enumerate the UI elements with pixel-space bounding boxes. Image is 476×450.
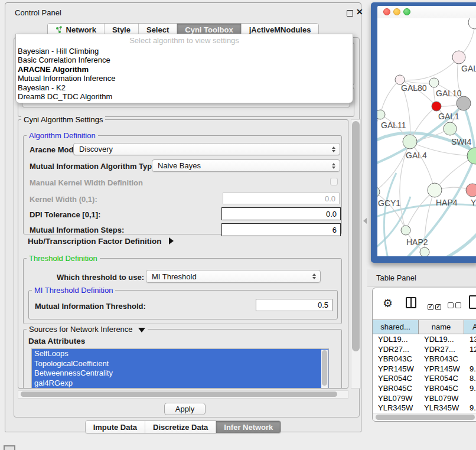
panel-splitter-handle[interactable] <box>363 218 367 224</box>
table-row[interactable]: YBR045CYBR045C9. <box>373 384 476 394</box>
bottom-tab-infer-network[interactable]: Infer Network <box>216 421 281 433</box>
table-row[interactable]: YBR043CYBR043C <box>373 354 476 364</box>
attribute-item[interactable]: SelfLoops <box>32 349 328 359</box>
expanded-arrow-icon <box>138 328 145 332</box>
node-gal10[interactable] <box>429 78 439 87</box>
gear-icon[interactable]: ⚙ <box>383 296 393 310</box>
node-gal-top[interactable] <box>452 51 465 64</box>
sources-title-text: Sources for Network Inference <box>29 325 133 334</box>
table-row[interactable]: YPR145WYPR145W9. <box>373 364 476 374</box>
data-attributes-list[interactable]: SelfLoopsTopologicalCoefficientBetweenne… <box>31 348 329 389</box>
kernel-width-input[interactable]: 0.0 <box>223 193 340 204</box>
table-row[interactable]: YER054CYER054C8. <box>373 374 476 384</box>
edge <box>400 57 459 80</box>
dropdown-item-bayesian-hill-climbing[interactable]: Bayesian - Hill Climbing <box>16 47 353 56</box>
mi-steps-input[interactable]: 6 <box>221 223 341 236</box>
float-window-icon[interactable] <box>347 10 353 17</box>
zoom-window-icon[interactable] <box>403 8 410 15</box>
node-hap4[interactable] <box>428 183 442 197</box>
dropdown-item-aracne-algorithm[interactable]: ARACNE Algorithm <box>16 65 353 74</box>
table-cell: 9. <box>464 364 476 374</box>
mi-algorithm-type-value: Naive Bayes <box>158 161 201 170</box>
table-cell: 8. <box>464 374 476 384</box>
attribute-item[interactable]: BetweennessCentrality <box>32 369 328 379</box>
table-cell: YBR043C <box>419 354 464 364</box>
table-cell: YLR345W <box>419 403 464 413</box>
new-table-icon[interactable] <box>469 295 476 309</box>
network-icon <box>56 26 63 34</box>
mi-threshold-input[interactable]: 0.5 <box>256 299 332 311</box>
column-header-a[interactable]: A <box>464 320 476 334</box>
split-columns-icon[interactable] <box>406 297 416 308</box>
table-cell: YBR043C <box>373 354 419 364</box>
node-gray-node[interactable] <box>457 96 471 110</box>
settings-vertical-scrollbar[interactable] <box>351 119 361 389</box>
network-window-titlebar[interactable] <box>377 6 476 18</box>
table-row[interactable]: YLR345WYLR345W9. <box>373 403 476 413</box>
table-cell: YDL19... <box>419 335 464 345</box>
node-hap2[interactable] <box>401 226 410 235</box>
table-cell: 13 <box>464 335 476 345</box>
kernel-width-label: Kernel Width (0,1): <box>30 195 97 204</box>
mi-threshold-definition-title: MI Threshold Definition <box>32 286 115 295</box>
cyni-algorithm-settings-group: Aracne Mode: Discovery Mutual Informatio… <box>18 119 348 389</box>
node-n-cut-top[interactable] <box>468 18 476 29</box>
node-salmon[interactable] <box>466 184 476 197</box>
table-cell: YLR345W <box>373 403 419 413</box>
select-all-checks-icon[interactable]: ✓✓ <box>428 300 443 311</box>
cut-off-icon[interactable] <box>4 445 15 450</box>
table-cell: 9. <box>464 384 476 394</box>
manual-kernel-width-checkbox[interactable] <box>330 178 338 185</box>
node-gal1[interactable] <box>432 102 441 111</box>
node-label-salmon: Y <box>471 198 476 207</box>
bottom-tab-label: Infer Network <box>224 423 273 432</box>
hub-definition-toggle[interactable]: Hub/Transcription Factor Definition <box>28 237 174 246</box>
table-horizontal-scrollbar[interactable] <box>373 413 476 420</box>
tab-label: Style <box>112 25 131 34</box>
dropdown-item-bayesian-k2[interactable]: Bayesian - K2 <box>16 83 353 92</box>
settings-horizontal-scrollbar[interactable] <box>18 390 348 399</box>
apply-button[interactable]: Apply <box>164 403 206 415</box>
table-cell: YDR27... <box>373 345 419 355</box>
dropdown-item-dream8-dc-tdc-algorithm[interactable]: Dream8 DC_TDC Algorithm <box>16 92 353 101</box>
attribute-item[interactable]: TopologicalCoefficient <box>32 359 328 369</box>
network-canvas[interactable]: GALGAL80GAL10GAL1SWI4GAL11GAL4GCY1HAP4YH… <box>377 18 476 256</box>
node-n-cut-bottom[interactable] <box>420 247 429 256</box>
table-header-row[interactable]: shared...nameA <box>373 319 476 334</box>
table-cell: YBR045C <box>419 384 464 394</box>
node-swi4[interactable] <box>444 122 457 135</box>
bottom-tab-impute-data[interactable]: Impute Data <box>86 421 145 433</box>
table-panel: ⚙ ✓✓ shared...nameA YDL19...YDL19...13YD… <box>372 288 476 422</box>
algorithm-dropdown-list: Select algorithm to view settings Bayesi… <box>15 34 353 103</box>
node-gal4[interactable] <box>403 135 417 149</box>
table-cell: YDR27... <box>419 345 464 355</box>
node-label-gcy1: GCY1 <box>378 198 400 208</box>
sources-group-title[interactable]: Sources for Network Inference <box>27 325 148 334</box>
close-panel-icon[interactable]: ✕ <box>356 7 363 17</box>
table-row[interactable]: YDR27...YDR27...12 <box>373 345 476 355</box>
table-row[interactable]: YDL19...YDL19...13 <box>373 335 476 345</box>
attributes-scrollbar[interactable] <box>321 350 328 389</box>
close-window-icon[interactable] <box>383 8 390 15</box>
mi-algorithm-type-label: Mutual Information Algorithm Type: <box>30 162 159 171</box>
dropdown-item-basic-correlation-inference[interactable]: Basic Correlation Inference <box>16 56 353 64</box>
deselect-all-checks-icon[interactable] <box>448 300 463 311</box>
dropdown-prompt: Select algorithm to view settings <box>16 34 353 47</box>
mi-threshold-label: Mutual Information Threshold: <box>35 302 146 311</box>
dropdown-item-mutual-information-inference[interactable]: Mutual Information Inference <box>16 74 353 83</box>
node-big-green[interactable] <box>467 148 476 164</box>
column-header-shared-[interactable]: shared... <box>373 320 419 334</box>
minimize-window-icon[interactable] <box>393 8 400 15</box>
aracne-mode-select[interactable]: Discovery <box>73 143 340 155</box>
dpi-tolerance-input[interactable]: 0.0 <box>221 207 341 220</box>
column-header-name[interactable]: name <box>419 320 464 334</box>
bottom-tab-discretize-data[interactable]: Discretize Data <box>145 421 216 433</box>
attribute-item[interactable]: gal4RGexp <box>32 379 328 389</box>
node-gal11[interactable] <box>377 110 385 119</box>
table-row[interactable]: YBL079WYBL079W <box>373 394 476 404</box>
thick-edge <box>434 225 476 256</box>
table-rows: YDL19...YDL19...13YDR27...YDR27...12YBR0… <box>373 335 476 413</box>
which-threshold-select[interactable]: MI Threshold <box>146 270 321 283</box>
collapsed-arrow-icon <box>169 237 174 244</box>
mi-algorithm-type-select[interactable]: Naive Bayes <box>152 159 340 172</box>
